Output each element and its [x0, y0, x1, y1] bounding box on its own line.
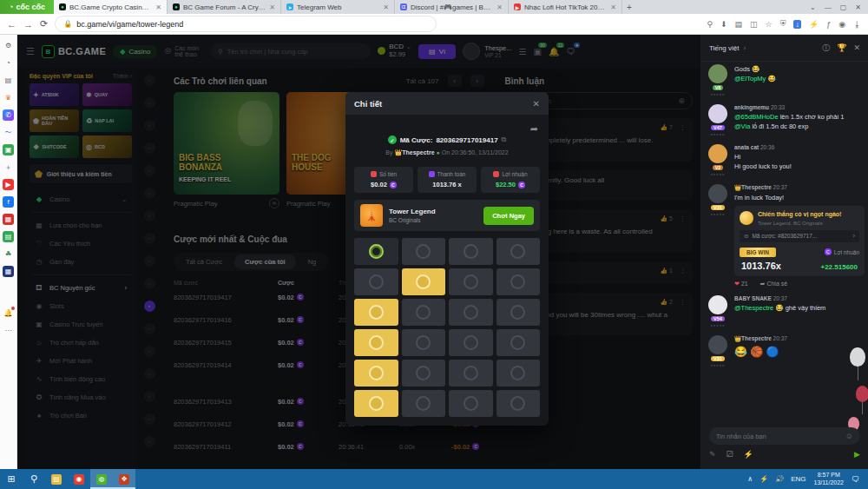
mention-link[interactable]: @Thespectre	[734, 304, 773, 312]
start-button[interactable]: ⊞	[0, 469, 23, 489]
chat-avatar[interactable]	[708, 295, 727, 314]
file-explorer-icon[interactable]: ▤	[45, 469, 68, 489]
url-field[interactable]: 🔒 bc.game/vi/game/tower-legend	[55, 16, 437, 32]
tower-cell-empty[interactable]	[449, 238, 493, 265]
taskbar-clock[interactable]: 8:57 PM13/11/2022	[813, 472, 844, 487]
tower-cell-empty[interactable]	[496, 299, 541, 326]
leaderboard-trophy-icon[interactable]: 🏆	[837, 43, 846, 52]
volume-icon[interactable]: 🔊	[775, 475, 784, 483]
messenger-icon[interactable]: ✆	[3, 109, 14, 121]
shield-icon[interactable]: ⛨	[780, 19, 786, 29]
browser-tab[interactable]: ᗧDiscord | #🎮games | BC G...✕	[395, 0, 509, 14]
modal-close-button[interactable]: ✕	[533, 99, 540, 109]
back-button[interactable]: ←	[7, 19, 16, 30]
coccoc-icon[interactable]: ◍	[90, 469, 113, 489]
chat-username[interactable]: BABY SNAKE 20:37	[734, 295, 862, 301]
lightning-icon[interactable]: ⚡	[809, 20, 819, 29]
browser-tab[interactable]: ▶Nhạc Lofi Hot TikTok 2022 -✕	[509, 0, 622, 14]
add-icon[interactable]: ＋	[3, 162, 14, 173]
idm-icon[interactable]: ↓	[793, 20, 801, 29]
chat-rules-icon[interactable]: ⓘ	[822, 43, 830, 54]
coccoc-logo[interactable]: ◔cốc cốc	[0, 0, 54, 14]
fn-icon[interactable]: ƒ	[826, 20, 831, 29]
tower-cell-empty[interactable]	[496, 329, 541, 356]
record-icon[interactable]: ◉	[838, 20, 845, 29]
notification-bell-icon[interactable]: 🔔	[3, 307, 14, 319]
app-icon[interactable]: ❖	[113, 469, 135, 489]
maximize-button[interactable]: ▢	[840, 3, 847, 11]
tab-close-icon[interactable]: ✕	[496, 3, 503, 11]
chat-avatar[interactable]	[708, 144, 727, 163]
tower-cell-empty[interactable]	[496, 390, 541, 417]
history-icon[interactable]: ◔	[3, 57, 14, 69]
copy-icon[interactable]: ⧉	[502, 135, 507, 144]
tray-expand-icon[interactable]: ∧	[747, 475, 753, 483]
tower-cell-empty[interactable]	[449, 268, 493, 295]
network-icon[interactable]: ⚡	[760, 475, 768, 483]
reader-icon[interactable]: ▤	[3, 75, 14, 86]
sheets-icon[interactable]: ▤	[3, 231, 14, 242]
chat-username[interactable]: ankingmemu 20:33	[734, 104, 862, 110]
tower-cell-pick[interactable]	[354, 329, 398, 356]
crown-icon[interactable]: ♛	[3, 92, 14, 103]
rail-more-icon[interactable]: ⋯	[3, 325, 14, 336]
tower-cell-empty[interactable]	[402, 329, 446, 356]
new-tab-button[interactable]: +	[622, 0, 636, 14]
heart-reaction[interactable]: ❤ 21	[734, 281, 748, 287]
browser-tab[interactable]: ➤Telegram Web✕	[281, 0, 395, 14]
window-icon[interactable]: ◫	[750, 20, 758, 29]
tower-cell-pick[interactable]	[402, 268, 446, 295]
tab-search-icon[interactable]: ⌄	[810, 3, 816, 11]
chrome-icon[interactable]: ◉	[68, 469, 90, 489]
chat-username[interactable]: 👑Thespectre 20:37	[734, 184, 862, 191]
win-card-bet-id[interactable]: ⊙Mã cược: #8203629717...›	[740, 230, 859, 242]
tv-icon[interactable]: ▦	[3, 266, 14, 277]
youtube-icon[interactable]: ▶	[3, 179, 14, 190]
chat-close-icon[interactable]: ✕	[853, 43, 860, 52]
mention-link[interactable]: @Via	[734, 122, 750, 130]
download-icon[interactable]: ⭳	[853, 20, 861, 29]
tower-cell-empty[interactable]	[402, 299, 446, 326]
tab-close-icon[interactable]: ✕	[155, 3, 161, 11]
wave-icon[interactable]: 〜	[3, 127, 14, 138]
browser-tab[interactable]: ●BC Game Forum - A Crypto...✕	[168, 0, 281, 14]
tower-cell-empty[interactable]	[449, 329, 493, 356]
forward-button[interactable]: →	[23, 19, 33, 30]
chat-input[interactable]: Tin nhắn của bạn ☺	[709, 427, 860, 445]
tower-cell-empty[interactable]	[496, 268, 541, 295]
chat-avatar[interactable]	[708, 64, 727, 83]
emoji-icon[interactable]: ☺	[845, 432, 853, 440]
tower-cell-empty[interactable]	[402, 390, 446, 417]
dice-icon[interactable]: ⚂	[727, 450, 733, 459]
tower-cell-pick[interactable]	[354, 360, 398, 387]
close-button[interactable]: ✕	[855, 3, 861, 11]
link-icon[interactable]: ⚲	[707, 20, 713, 29]
share-icon[interactable]: ➦	[530, 123, 538, 135]
mention-link[interactable]: @65dBMHoDe	[734, 113, 779, 121]
tower-cell-empty[interactable]	[402, 238, 446, 265]
leaf-icon[interactable]: ☘	[3, 248, 14, 260]
language-indicator[interactable]: ENG	[791, 475, 806, 483]
tower-cell-empty[interactable]	[449, 360, 493, 387]
settings-icon[interactable]: ⚙	[3, 40, 14, 51]
send-icon[interactable]: ▶	[854, 450, 860, 459]
minimize-button[interactable]: —	[825, 3, 832, 11]
chat-username[interactable]: anata cat 20:36	[734, 144, 862, 150]
games-icon[interactable]: ▣	[3, 144, 14, 155]
tower-cell-start[interactable]	[354, 238, 398, 265]
capture-icon[interactable]: ⬇	[720, 20, 727, 29]
tower-cell-empty[interactable]	[402, 360, 446, 387]
shopee-icon[interactable]: ▦	[3, 214, 14, 225]
chat-username[interactable]: 👑Thespectre 20:37	[734, 335, 862, 342]
tower-cell-empty[interactable]	[496, 238, 541, 265]
notes-icon[interactable]: ▤	[735, 20, 743, 29]
win-share-card[interactable]: Chiến thắng có vị ngọt ngào!Tower Legend…	[734, 206, 865, 275]
mention-link[interactable]: @ElTopMy	[734, 75, 766, 83]
tower-cell-empty[interactable]	[496, 360, 541, 387]
search-button[interactable]: ⚲	[23, 469, 45, 489]
tower-cell-empty[interactable]	[354, 268, 398, 295]
tower-cell-pick[interactable]	[354, 390, 398, 417]
notification-center-icon[interactable]: 🗨	[852, 475, 859, 484]
chat-avatar[interactable]	[708, 335, 727, 354]
browser-tab[interactable]: ●BC.Game Crypto Casino Ga...✕	[54, 0, 168, 14]
